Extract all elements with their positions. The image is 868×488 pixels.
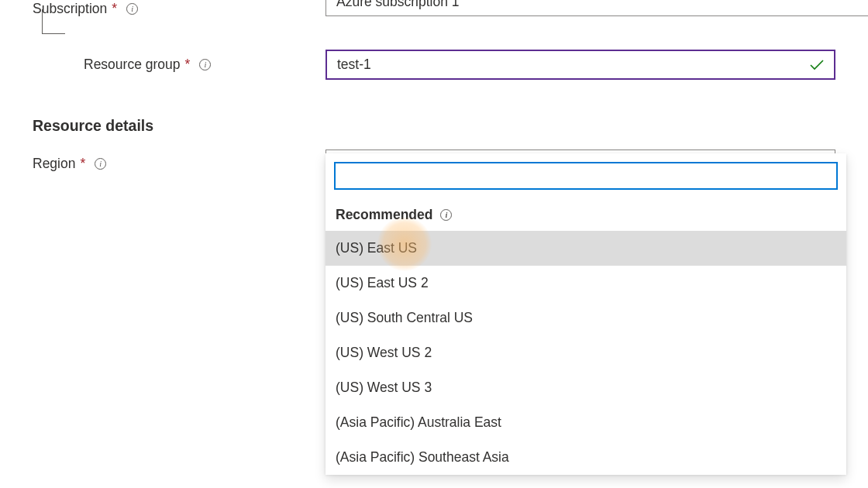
- resource-group-dropdown[interactable]: test-1: [326, 50, 835, 80]
- region-option[interactable]: (US) East US: [326, 231, 846, 266]
- dropdown-search-input[interactable]: [334, 162, 838, 190]
- tree-connector: [42, 9, 65, 34]
- subscription-row: Subscription * i Azure subscription 1: [33, 0, 835, 17]
- region-option[interactable]: (US) West US 3: [326, 370, 846, 405]
- region-dropdown-panel: Recommended i (US) East US (US) East US …: [326, 153, 846, 475]
- required-asterisk: *: [185, 57, 191, 73]
- region-label: Region: [33, 156, 75, 172]
- resource-group-label-cell: Resource group * i: [33, 57, 326, 73]
- dropdown-search-wrapper: [326, 153, 846, 198]
- resource-group-label: Resource group: [84, 57, 181, 73]
- subscription-value: Azure subscription 1: [336, 0, 460, 9]
- checkmark-icon: [809, 59, 825, 71]
- region-option[interactable]: (US) South Central US: [326, 301, 846, 335]
- region-option[interactable]: (US) East US 2: [326, 266, 846, 301]
- region-option[interactable]: (Asia Pacific) Australia East: [326, 405, 846, 440]
- resource-group-value: test-1: [337, 57, 371, 72]
- info-icon[interactable]: i: [126, 3, 138, 15]
- dropdown-group-header: Recommended i: [326, 198, 846, 231]
- subscription-dropdown[interactable]: Azure subscription 1: [326, 0, 868, 16]
- info-icon[interactable]: i: [95, 158, 106, 170]
- required-asterisk: *: [80, 156, 85, 172]
- info-icon[interactable]: i: [199, 59, 211, 70]
- region-option[interactable]: (Asia Pacific) Southeast Asia: [326, 440, 846, 475]
- region-option[interactable]: (US) West US 2: [326, 335, 846, 370]
- info-icon[interactable]: i: [440, 209, 452, 221]
- resource-details-header: Resource details: [33, 117, 835, 135]
- required-asterisk: *: [112, 1, 117, 17]
- subscription-label-cell: Subscription * i: [33, 1, 326, 17]
- group-header-label: Recommended: [336, 207, 432, 223]
- dropdown-list[interactable]: Recommended i (US) East US (US) East US …: [326, 198, 846, 475]
- resource-group-row: Resource group * i test-1: [33, 50, 835, 80]
- region-label-cell: Region * i: [33, 156, 326, 172]
